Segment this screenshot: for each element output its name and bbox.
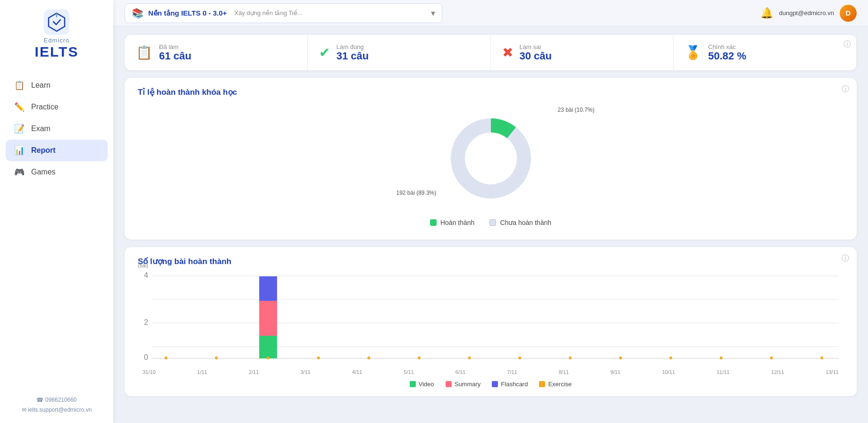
bar-legend-summary: Summary (446, 381, 481, 388)
course-emoji: 📚 (132, 8, 143, 19)
bar-chart-info-button[interactable]: ⓘ (842, 254, 849, 264)
stats-info-button[interactable]: ⓘ (843, 40, 851, 50)
footer-email: ✉ ielts.support@edmicro.vn (8, 405, 106, 415)
legend-sq-flashcard (492, 381, 498, 387)
bar-chart-y-label: (bài) (138, 263, 148, 268)
svg-point-17 (468, 357, 471, 359)
legend-label-video: Video (419, 381, 434, 388)
sidebar-item-label-report: Report (31, 146, 56, 155)
done-icon: 📋 (136, 45, 152, 60)
bar-legend-exercise: Exercise (539, 381, 572, 388)
wrong-icon: ✖ (502, 45, 513, 60)
sidebar-item-label-games: Games (31, 168, 56, 176)
legend-label-exercise: Exercise (548, 381, 572, 388)
legend-sq-exercise (539, 381, 545, 387)
x-label: 8/11 (559, 369, 569, 375)
stat-wrong: ✖ Làm sai 30 câu (491, 35, 674, 70)
svg-point-13 (267, 357, 270, 359)
topbar: 📚 Nền tảng IELTS 0 - 3.0+ Xây dựng nền t… (113, 0, 868, 26)
notification-icon[interactable]: 🔔 (760, 7, 773, 19)
legend-label-summary: Summary (455, 381, 481, 388)
correct-label: Làm đúng (337, 43, 369, 50)
sidebar-brand-main: IELTS (35, 44, 79, 59)
svg-point-24 (820, 357, 823, 359)
logo-icon (44, 9, 69, 35)
x-label: 3/11 (300, 369, 310, 375)
bar-legend-flashcard: Flashcard (492, 381, 528, 388)
user-avatar[interactable]: D (840, 5, 857, 22)
correct-value: 31 câu (337, 50, 369, 62)
svg-point-11 (165, 357, 168, 359)
topbar-right: 🔔 dungpt@edmicro.vn D (760, 5, 857, 22)
legend-incomplete-label: Chưa hoàn thành (500, 219, 551, 226)
done-value: 61 câu (159, 50, 192, 62)
legend-label-flashcard: Flashcard (501, 381, 528, 388)
bar-flashcard (259, 276, 277, 301)
sidebar-item-exam[interactable]: 📝Exam (6, 118, 108, 140)
svg-point-2 (465, 133, 517, 184)
stat-done: 📋 Đã làm 61 câu (125, 35, 308, 70)
correct-icon: ✔ (319, 45, 330, 60)
x-label: 13/11 (826, 369, 839, 375)
svg-point-23 (770, 357, 773, 359)
svg-point-15 (367, 357, 370, 359)
x-label: 5/11 (404, 369, 413, 375)
accuracy-label: Chính xác (708, 43, 746, 50)
sidebar-item-learn[interactable]: 📋Learn (6, 75, 108, 96)
sidebar-item-games[interactable]: 🎮Games (6, 161, 108, 183)
svg-point-18 (518, 357, 521, 359)
bar-chart-x-labels: 31/101/112/113/114/115/116/117/118/119/1… (138, 369, 843, 375)
course-subtitle: Xây dựng nền tảng Tiế... (235, 9, 303, 17)
footer-phone: ☎ 0966210660 (8, 395, 106, 406)
sidebar-brand-sub: Edmicro (44, 37, 70, 44)
sidebar-item-label-practice: Practice (31, 103, 59, 111)
svg-point-22 (720, 357, 723, 359)
main-content: 📚 Nền tảng IELTS 0 - 3.0+ Xây dựng nền t… (113, 0, 868, 423)
wrong-value: 30 câu (520, 50, 552, 62)
sidebar-item-practice[interactable]: ✏️Practice (6, 96, 108, 118)
x-label: 11/11 (716, 369, 730, 375)
pie-chart-info-button[interactable]: ⓘ (842, 84, 849, 94)
done-label: Đã làm (159, 43, 192, 50)
pie-chart-area: 23 bài (10.7%) 192 bài (89.3%) Hoàn thàn… (138, 102, 843, 231)
wrong-label: Làm sai (520, 43, 552, 50)
sidebar-logo: Edmicro IELTS (35, 9, 79, 59)
course-title: Nền tảng IELTS 0 - 3.0+ (148, 9, 227, 17)
pie-chart-title: Tỉ lệ hoàn thành khóa học (138, 87, 843, 97)
sidebar-footer: ☎ 0966210660 ✉ ielts.support@edmicro.vn (0, 390, 113, 415)
sidebar-item-report[interactable]: 📊Report (6, 140, 108, 161)
games-icon: 🎮 (14, 167, 25, 177)
svg-point-16 (418, 357, 421, 359)
stat-correct: ✔ Làm đúng 31 câu (308, 35, 491, 70)
bar-chart-svg: 4 2 0 (138, 271, 843, 365)
x-label: 4/11 (352, 369, 362, 375)
bar-chart-legend: VideoSummaryFlashcardExercise (138, 381, 843, 388)
pie-wrapper: 23 bài (10.7%) 192 bài (89.3%) (439, 107, 543, 210)
course-selector[interactable]: 📚 Nền tảng IELTS 0 - 3.0+ Xây dựng nền t… (125, 3, 442, 23)
legend-completed-label: Hoàn thành (440, 219, 474, 226)
bar-chart-area: (bài) 4 2 0 (138, 271, 843, 388)
x-label: 10/11 (662, 369, 675, 375)
legend-sq-summary (446, 381, 452, 387)
svg-point-14 (317, 357, 320, 359)
sidebar: Edmicro IELTS 📋Learn✏️Practice📝Exam📊Repo… (0, 0, 113, 423)
pie-legend: Hoàn thành Chưa hoàn thành (430, 219, 551, 226)
svg-point-21 (669, 357, 672, 359)
sidebar-item-label-learn: Learn (31, 81, 51, 90)
bar-summary (259, 301, 277, 336)
x-label: 7/11 (507, 369, 517, 375)
sidebar-item-label-exam: Exam (31, 124, 51, 133)
accuracy-value: 50.82 % (708, 50, 746, 62)
legend-completed: Hoàn thành (430, 219, 474, 226)
svg-text:2: 2 (144, 318, 148, 326)
user-email: dungpt@edmicro.vn (779, 9, 834, 17)
svg-point-12 (215, 357, 218, 359)
sidebar-nav: 📋Learn✏️Practice📝Exam📊Report🎮Games (0, 75, 113, 390)
x-label: 2/11 (249, 369, 259, 375)
learn-icon: 📋 (14, 80, 25, 91)
practice-icon: ✏️ (14, 102, 25, 112)
bar-legend-video: Video (410, 381, 434, 388)
pie-label-incomplete: 192 bài (89.3%) (396, 190, 437, 196)
svg-text:0: 0 (144, 353, 148, 361)
bar-chart-card: Số lượng bài hoàn thành ⓘ (bài) 4 2 0 (125, 247, 857, 396)
